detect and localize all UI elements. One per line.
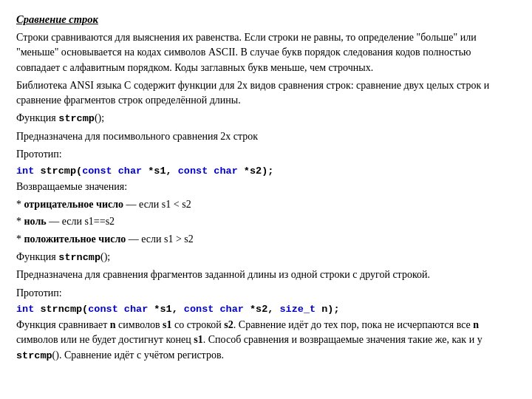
bullet1-bold-text: отрицательное число bbox=[24, 199, 124, 210]
bullet2-star: * bbox=[16, 216, 24, 227]
strncmp-proto-body: strncmp(const char *s1, const char *s2, … bbox=[34, 304, 339, 315]
bullet-positive: * положительное число — если s1 > s2 bbox=[16, 232, 516, 247]
bullet2-rest-text: — если s1==s2 bbox=[47, 216, 115, 227]
prototype-label-2: Прототип: bbox=[16, 286, 516, 301]
bullet-negative: * отрицательное число — если s1 < s2 bbox=[16, 197, 516, 212]
return-values-label: Возвращаемые значения: bbox=[16, 180, 516, 194]
strcmp-prototype: int strcmp(const char *s1, const char *s… bbox=[16, 166, 516, 177]
strncmp-function-name: strncmp bbox=[58, 252, 100, 263]
bullet1-rest-text: — если s1 < s2 bbox=[123, 199, 191, 210]
n-emphasis: n bbox=[110, 319, 116, 330]
s1-ref: s1 bbox=[163, 319, 171, 330]
strcmp-intro-paragraph: Функция strcmp(); bbox=[16, 111, 516, 126]
bullet1-star: * bbox=[16, 199, 24, 210]
strcmp-proto-body: strcmp(const char *s1, const char *s2); bbox=[34, 166, 273, 177]
strncmp-prototype: int strncmp(const char *s1, const char *… bbox=[16, 304, 516, 315]
intro-paragraph: Строки сравниваются для выяснения их рав… bbox=[16, 30, 516, 75]
ansi-note-paragraph: Библиотека ANSI языка C содержит функции… bbox=[16, 78, 516, 109]
strncmp-note-paragraph: Функция сравнивает n символов s1 со стро… bbox=[16, 318, 516, 363]
bullet2-bold-text: ноль bbox=[24, 216, 47, 227]
page-title: Сравнение строк bbox=[16, 13, 516, 26]
bullet-zero: * ноль — если s1==s2 bbox=[16, 214, 516, 229]
n-ref2: n bbox=[473, 319, 479, 330]
strcmp-function-name: strcmp bbox=[58, 113, 95, 124]
strncmp-desc-paragraph: Предназначена для сравнения фрагментов з… bbox=[16, 267, 516, 282]
strncmp-intro-paragraph: Функция strncmp(); bbox=[16, 250, 516, 265]
strcmp-ref: strcmp bbox=[16, 350, 52, 361]
bullet3-star: * bbox=[16, 233, 24, 245]
bullet3-bold-text: положительное число bbox=[24, 233, 126, 245]
strncmp-kw-int: int bbox=[16, 304, 34, 315]
strcmp-kw-int: int bbox=[16, 166, 34, 177]
strcmp-desc-paragraph: Предназначена для посимвольного сравнени… bbox=[16, 129, 516, 144]
s1-ref2: s1 bbox=[194, 334, 202, 345]
prototype-label-1: Прототип: bbox=[16, 147, 516, 162]
bullet3-rest-text: — если s1 > s2 bbox=[126, 233, 194, 245]
s2-ref: s2 bbox=[224, 319, 233, 330]
